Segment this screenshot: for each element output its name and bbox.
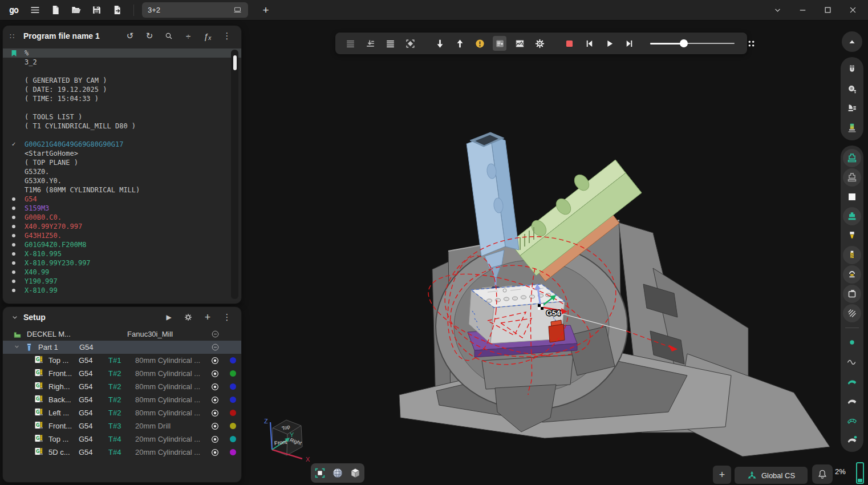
warnings-button[interactable] — [473, 36, 486, 51]
run-simulation-button[interactable]: ▶ — [161, 310, 176, 324]
stock-toggle[interactable] — [842, 187, 862, 207]
part-exclude-button[interactable] — [202, 342, 228, 352]
machine-exclude-button[interactable] — [202, 329, 228, 339]
surface-points-toggle[interactable] — [842, 430, 862, 449]
points-display-toggle[interactable] — [842, 333, 862, 352]
machine-housing-toggle[interactable] — [843, 168, 861, 187]
global-cs-button[interactable]: Global CS — [735, 467, 808, 484]
setup-collapse-chevron[interactable] — [7, 310, 22, 324]
redo-button[interactable]: ↻ — [142, 29, 157, 43]
code-scrollbar[interactable] — [231, 50, 238, 299]
code-line[interactable]: ( DATE: 19.12.2025 ) — [3, 85, 241, 94]
new-tab-button[interactable]: + — [259, 4, 273, 17]
code-line[interactable]: ( TOP PLANE ) — [3, 158, 241, 167]
magnet-snap-toggle[interactable] — [842, 60, 862, 79]
code-line[interactable]: T1M6 (80MM CYLINDRICAL MILL) — [3, 185, 241, 195]
operation-active-radio[interactable] — [205, 421, 225, 431]
operation-color-dot[interactable] — [225, 383, 241, 390]
function-button[interactable]: ƒₓ — [200, 29, 215, 43]
operation-color-dot[interactable] — [225, 436, 241, 442]
operation-row[interactable]: GFront...G54T#280mm Cylindrical ... — [3, 367, 241, 380]
code-line[interactable]: ✓G00G21G40G49G69G80G90G17 — [3, 140, 241, 149]
speed-slider-thumb[interactable] — [680, 39, 688, 47]
step-up-button[interactable] — [453, 36, 467, 51]
program-menu-button[interactable]: ⋮ — [220, 29, 234, 43]
orbit-view-button[interactable] — [330, 466, 345, 480]
operation-row[interactable]: GTop ...G54T#180mm Cylindrical ... — [3, 354, 241, 367]
operation-active-radio[interactable] — [205, 382, 225, 392]
clamp-toggle[interactable] — [843, 265, 861, 284]
control-panel-button[interactable] — [493, 36, 506, 51]
code-line[interactable] — [3, 131, 241, 140]
operation-active-radio[interactable] — [205, 355, 225, 366]
surface-shaded-toggle[interactable] — [842, 371, 862, 391]
code-line[interactable]: G43H1Z50. — [3, 231, 241, 240]
part-row[interactable]: Part 1 G54 — [3, 341, 241, 354]
close-button[interactable] — [843, 2, 862, 18]
operation-active-radio[interactable] — [205, 408, 225, 418]
open-file-button[interactable] — [67, 2, 84, 18]
code-line[interactable]: G53X0.Y0. — [3, 176, 241, 185]
operation-active-radio[interactable] — [205, 434, 225, 444]
document-tab[interactable]: 3+2 — [142, 2, 248, 18]
code-line[interactable]: G00B0.C0. — [3, 213, 241, 222]
add-coordinate-system-button[interactable]: + — [713, 466, 731, 484]
code-line[interactable] — [3, 103, 241, 112]
code-line[interactable]: ( TIME: 15:04:33 ) — [3, 94, 241, 103]
collision-check-button[interactable] — [513, 36, 526, 51]
code-line[interactable]: 3_2 — [3, 58, 241, 67]
export-file-button[interactable] — [108, 2, 125, 18]
operation-row[interactable]: G5D c...G54T#420mm Cylindrical ... — [3, 446, 241, 459]
code-line[interactable]: X-810.99Y230.997 — [3, 258, 241, 268]
goto-line-button[interactable] — [363, 36, 377, 51]
search-icon[interactable] — [161, 29, 176, 43]
settings-button[interactable] — [533, 36, 546, 51]
fit-view-button[interactable] — [313, 466, 327, 480]
code-line[interactable]: X40.99Y270.997 — [3, 222, 241, 231]
code-line[interactable]: X-810.995 — [3, 249, 241, 258]
code-line[interactable]: X40.99 — [3, 268, 241, 277]
tool-toggle[interactable] — [842, 226, 862, 245]
collapse-panel-button[interactable] — [842, 31, 862, 52]
operation-color-dot[interactable] — [225, 423, 241, 429]
skip-to-start-button[interactable] — [582, 36, 596, 51]
play-button[interactable] — [602, 36, 616, 51]
part-collapse-chevron[interactable] — [13, 343, 25, 352]
operation-color-dot[interactable] — [225, 357, 241, 363]
machine-visibility-toggle[interactable] — [843, 149, 861, 167]
tool-shank-toggle[interactable] — [843, 246, 861, 264]
code-text-button[interactable] — [383, 36, 397, 51]
operation-row[interactable]: GFront...G54T#320mm Drill — [3, 419, 241, 433]
code-line[interactable]: ( T1 CYLINDRICAL_MILL D80 ) — [3, 122, 241, 131]
window-menu-chevron[interactable] — [768, 2, 787, 18]
code-line[interactable]: G54 — [3, 195, 241, 204]
code-scrollbar-thumb[interactable] — [233, 55, 237, 70]
frame-selection-button[interactable] — [403, 36, 417, 51]
skip-to-end-button[interactable] — [622, 36, 636, 51]
surface-wireframe-toggle[interactable] — [842, 410, 862, 430]
layout-grid-button[interactable] — [744, 36, 758, 51]
operation-active-radio[interactable] — [205, 369, 225, 379]
minimize-button[interactable] — [793, 2, 812, 18]
target-part-toggle[interactable] — [843, 207, 861, 225]
undo-button[interactable]: ↺ — [123, 29, 137, 43]
operation-color-dot[interactable] — [225, 370, 241, 377]
code-line[interactable]: X-810.99 — [3, 286, 241, 295]
save-file-button[interactable] — [88, 2, 105, 18]
operation-row[interactable]: GLeft ...G54T#280mm Cylindrical ... — [3, 406, 241, 419]
operation-active-radio[interactable] — [205, 395, 225, 405]
operation-color-dot[interactable] — [225, 449, 241, 455]
code-line[interactable]: <StartGoHome> — [3, 149, 241, 158]
add-operation-button[interactable]: + — [200, 310, 215, 324]
operation-row[interactable]: GBack...G54T#280mm Cylindrical ... — [3, 393, 241, 406]
code-line[interactable]: % — [3, 48, 241, 58]
code-line[interactable]: ( TOOLS LIST ) — [3, 112, 241, 122]
new-file-button[interactable] — [47, 2, 64, 18]
machine-row[interactable]: DECKEL M... Fanuc30i_Mill — [3, 328, 241, 341]
code-line[interactable]: S159M3 — [3, 204, 241, 213]
code-line[interactable]: Y190.997 — [3, 277, 241, 286]
toolpath-lines-button[interactable] — [343, 36, 357, 51]
view-cube[interactable]: Z X Y Top Front Right — [257, 414, 319, 469]
toolpath-curve-toggle[interactable] — [842, 352, 862, 371]
probe-toggle[interactable] — [842, 79, 862, 99]
